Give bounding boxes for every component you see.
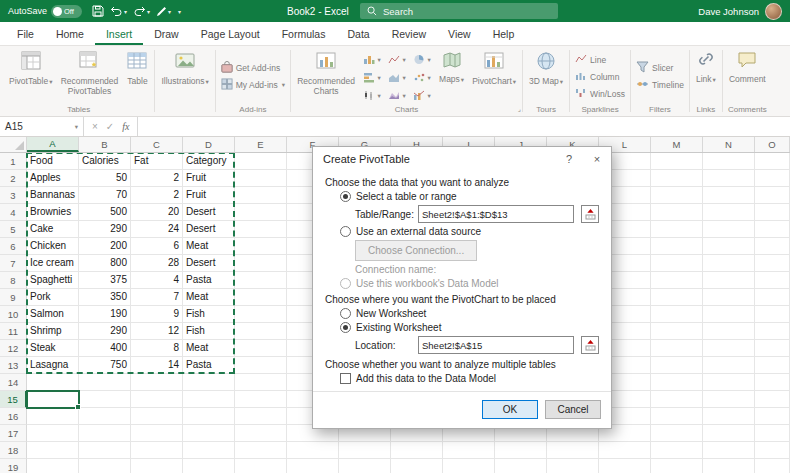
row-header[interactable]: 10 (0, 306, 27, 323)
cell[interactable] (651, 408, 703, 425)
column-header[interactable]: D (183, 137, 235, 152)
cell[interactable]: 750 (79, 357, 131, 374)
cell[interactable] (703, 306, 755, 323)
cell[interactable] (235, 153, 287, 170)
column-header[interactable]: M (651, 137, 703, 152)
name-box[interactable]: A15 ▾ (0, 117, 84, 136)
cell[interactable]: Pork (27, 289, 79, 306)
cell[interactable] (703, 221, 755, 238)
autosave-toggle[interactable]: AutoSave Off (8, 5, 82, 18)
cell[interactable] (651, 340, 703, 357)
cell[interactable]: 200 (79, 238, 131, 255)
row-header[interactable]: 5 (0, 221, 27, 238)
cell[interactable]: Food (27, 153, 79, 170)
cell[interactable] (703, 289, 755, 306)
cell[interactable] (755, 170, 790, 187)
cell[interactable] (755, 408, 790, 425)
tab-insert[interactable]: Insert (95, 23, 143, 45)
cell[interactable] (131, 459, 183, 473)
cell[interactable]: 500 (79, 204, 131, 221)
cell[interactable] (599, 442, 651, 459)
cell[interactable] (755, 153, 790, 170)
cell[interactable] (339, 442, 391, 459)
cell[interactable] (599, 459, 651, 473)
tab-home[interactable]: Home (45, 23, 95, 45)
customize-qat-caret-icon[interactable]: ▾ (175, 8, 183, 15)
cell[interactable] (27, 391, 79, 408)
sparkline-winloss-button[interactable]: Win/Loss (573, 85, 627, 102)
cell[interactable] (755, 357, 790, 374)
radio-external-source[interactable]: Use an external data source (340, 226, 599, 237)
cell[interactable]: Fat (131, 153, 183, 170)
row-header[interactable]: 18 (0, 442, 27, 459)
cell[interactable] (755, 323, 790, 340)
location-range-picker-button[interactable] (581, 336, 599, 354)
table-range-input[interactable] (418, 205, 574, 223)
search-input[interactable]: Search (360, 3, 558, 19)
cell[interactable] (651, 221, 703, 238)
select-all-corner[interactable] (0, 137, 27, 152)
cell[interactable] (235, 306, 287, 323)
cell[interactable] (651, 306, 703, 323)
row-header[interactable]: 12 (0, 340, 27, 357)
cell[interactable] (703, 391, 755, 408)
cell[interactable]: Fruit (183, 187, 235, 204)
row-header[interactable]: 11 (0, 323, 27, 340)
dialog-close-icon[interactable]: × (583, 147, 611, 170)
cell[interactable] (27, 408, 79, 425)
autosave-switch[interactable]: Off (51, 5, 82, 18)
cell[interactable] (235, 442, 287, 459)
cell[interactable] (755, 255, 790, 272)
scatter-chart-button[interactable]: ▾ (410, 69, 434, 86)
tab-review[interactable]: Review (381, 23, 437, 45)
cell[interactable] (755, 204, 790, 221)
cell[interactable] (27, 374, 79, 391)
radio-icon[interactable] (340, 226, 351, 237)
cell[interactable]: Chicken (27, 238, 79, 255)
pivotchart-button[interactable]: PivotChart▾ (469, 48, 519, 87)
radio-select-table-range[interactable]: Select a table or range (340, 191, 599, 202)
link-button[interactable]: Link▾ (693, 48, 719, 85)
cell[interactable] (703, 238, 755, 255)
cell[interactable] (703, 272, 755, 289)
cell[interactable] (79, 374, 131, 391)
insert-function-icon[interactable]: fx (122, 121, 129, 132)
cell[interactable]: 20 (131, 204, 183, 221)
comment-button[interactable]: Comment (726, 48, 769, 85)
cell[interactable] (235, 204, 287, 221)
cell[interactable]: Meat (183, 340, 235, 357)
cell[interactable] (703, 323, 755, 340)
row-header[interactable]: 17 (0, 425, 27, 442)
cell[interactable] (235, 391, 287, 408)
cell[interactable] (183, 391, 235, 408)
tab-help[interactable]: Help (482, 23, 526, 45)
row-header[interactable]: 8 (0, 272, 27, 289)
cell[interactable]: Desert (183, 255, 235, 272)
cell[interactable]: 12 (131, 323, 183, 340)
cell[interactable] (755, 289, 790, 306)
cell[interactable] (651, 323, 703, 340)
cell[interactable] (651, 238, 703, 255)
cell[interactable] (287, 459, 339, 473)
bar-chart-button[interactable]: ▾ (360, 69, 384, 86)
cell[interactable] (235, 425, 287, 442)
cell[interactable]: Pasta (183, 272, 235, 289)
column-header[interactable]: C (131, 137, 183, 152)
cell[interactable] (703, 442, 755, 459)
cell[interactable] (703, 340, 755, 357)
cell[interactable] (651, 187, 703, 204)
save-icon[interactable] (90, 5, 106, 17)
row-header[interactable]: 15 (0, 391, 27, 408)
3d-map-button[interactable]: 3D Map▾ (526, 48, 566, 87)
stock-chart-button[interactable]: ▾ (360, 87, 384, 104)
cell[interactable]: 2 (131, 187, 183, 204)
cell[interactable]: Category (183, 153, 235, 170)
cell[interactable]: Lasagna (27, 357, 79, 374)
row-header[interactable]: 16 (0, 408, 27, 425)
cell[interactable] (235, 374, 287, 391)
row-header[interactable]: 7 (0, 255, 27, 272)
row-header[interactable]: 3 (0, 187, 27, 204)
cell[interactable] (755, 442, 790, 459)
tab-page-layout[interactable]: Page Layout (190, 23, 271, 45)
cell[interactable] (235, 272, 287, 289)
